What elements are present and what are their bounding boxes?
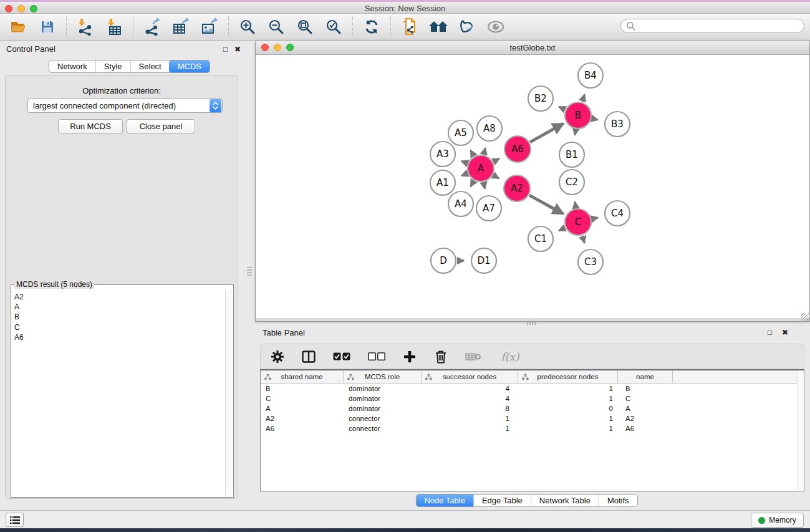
cell[interactable]: A2 (261, 415, 344, 422)
save-session-icon[interactable] (37, 17, 57, 37)
table-close-panel-icon[interactable]: ✖ (782, 328, 788, 337)
table-scrollbar[interactable] (797, 370, 804, 491)
tab-style[interactable]: Style (95, 60, 130, 72)
edge-C-C4[interactable] (592, 218, 597, 219)
cell[interactable]: 4 (422, 385, 518, 392)
result-item[interactable]: A (14, 302, 225, 312)
cell[interactable]: 1 (518, 415, 618, 422)
result-item[interactable]: C (14, 322, 225, 332)
table-row[interactable]: Cdominator41C (261, 394, 804, 404)
cell[interactable]: dominator (344, 405, 422, 412)
tab-motifs[interactable]: Motifs (599, 495, 637, 506)
edge-C-C1[interactable] (559, 228, 565, 230)
cell[interactable]: 1 (518, 395, 618, 402)
cell[interactable]: C (261, 395, 344, 402)
result-item[interactable]: B (14, 312, 225, 322)
cell[interactable]: A6 (618, 425, 673, 432)
node-A5[interactable]: A5 (448, 120, 473, 145)
home-icon[interactable] (428, 17, 448, 37)
result-item[interactable]: A6 (14, 332, 225, 342)
column-header-predecessor-nodes[interactable]: predecessor nodes (518, 370, 618, 383)
vertical-splitter[interactable] (247, 267, 252, 277)
edge-B-B1[interactable] (575, 130, 576, 135)
node-A6[interactable]: A6 (504, 136, 531, 162)
resize-handle-icon[interactable] (801, 313, 809, 321)
open-file-icon[interactable] (9, 17, 29, 37)
close-panel-button[interactable]: Close panel (127, 119, 195, 133)
settings-gear-icon[interactable] (269, 349, 286, 365)
network-graph[interactable]: AA1A2A3A4A5A6A7A8BB1B2B3B4CC1C2C3C4DD1 (256, 55, 809, 319)
tab-network[interactable]: Network (49, 60, 95, 72)
tab-mcds[interactable]: MCDS (169, 60, 210, 73)
edge-A-A7[interactable] (484, 183, 485, 189)
table-row[interactable]: Bdominator41B (261, 384, 804, 394)
column-header-successor-nodes[interactable]: successor nodes (422, 370, 518, 383)
tab-select[interactable]: Select (130, 60, 170, 72)
node-A8[interactable]: A8 (477, 116, 502, 141)
node-table[interactable]: shared nameMCDS rolesuccessor nodesprede… (260, 369, 804, 491)
node-C3[interactable]: C3 (578, 249, 603, 274)
node-A2[interactable]: A2 (504, 175, 530, 201)
cell[interactable]: A6 (261, 425, 344, 432)
cell[interactable]: connector (344, 425, 422, 432)
cell[interactable]: dominator (344, 395, 422, 402)
edge-A-A4[interactable] (471, 181, 474, 186)
table-row[interactable]: Adominator80A (261, 404, 804, 414)
edge-A-A3[interactable] (461, 161, 468, 163)
memory-button[interactable]: Memory (751, 513, 804, 528)
table-row[interactable]: A6connector11A6 (261, 423, 804, 433)
node-C2[interactable]: C2 (559, 170, 584, 195)
select-all-icon[interactable] (332, 349, 352, 365)
cell[interactable]: 1 (422, 425, 518, 432)
edge-A-A8[interactable] (484, 148, 485, 154)
edge-A-A6[interactable] (493, 158, 499, 162)
node-A3[interactable]: A3 (430, 142, 455, 167)
node-A1[interactable]: A1 (430, 170, 455, 195)
node-A4[interactable]: A4 (448, 191, 473, 216)
zoom-in-icon[interactable] (238, 17, 258, 37)
clone-network-icon[interactable] (400, 17, 420, 37)
cell[interactable]: B (261, 385, 344, 392)
cell[interactable]: A (618, 405, 673, 412)
edge-A-A5[interactable] (471, 150, 474, 156)
clear-table-icon[interactable] (464, 349, 483, 365)
import-table-icon[interactable] (104, 17, 124, 37)
search-box[interactable] (620, 19, 804, 33)
node-D[interactable]: D (431, 248, 456, 273)
table-row[interactable]: A2connector11A2 (261, 414, 804, 423)
function-builder-icon[interactable]: f(x) (498, 349, 523, 365)
add-column-icon[interactable] (402, 349, 418, 365)
delete-icon[interactable] (433, 349, 449, 365)
node-C[interactable]: C (565, 209, 591, 235)
import-network-icon[interactable] (75, 17, 95, 37)
tab-edge-table[interactable]: Edge Table (473, 495, 531, 506)
network-canvas[interactable]: AA1A2A3A4A5A6A7A8BB1B2B3B4CC1C2C3C4DD1 (256, 55, 809, 319)
zoom-fit-icon[interactable] (295, 17, 315, 37)
edge-A-A2[interactable] (493, 175, 499, 178)
result-scrollbar[interactable] (225, 290, 233, 497)
edge-C-C2[interactable] (575, 202, 576, 208)
node-B2[interactable]: B2 (528, 86, 553, 111)
export-table-icon[interactable] (171, 17, 191, 37)
edge-A6-B[interactable] (530, 123, 563, 142)
node-A7[interactable]: A7 (476, 196, 501, 221)
split-view-icon[interactable] (301, 349, 317, 365)
node-B1[interactable]: B1 (559, 142, 584, 167)
show-graphics-icon[interactable] (486, 17, 506, 37)
run-mcds-button[interactable]: Run MCDS (58, 119, 123, 133)
column-header-MCDS-role[interactable]: MCDS role (344, 370, 422, 383)
float-panel-icon[interactable]: □ (223, 45, 228, 54)
cell[interactable]: 1 (422, 415, 518, 422)
criterion-dropdown[interactable]: largest connected component (directed) (27, 99, 223, 113)
hide-panels-icon[interactable] (457, 17, 477, 37)
cell[interactable]: 4 (422, 395, 518, 402)
export-image-icon[interactable] (200, 17, 219, 37)
node-A[interactable]: A (468, 155, 494, 181)
cell[interactable]: 8 (422, 405, 518, 412)
mcds-result-list[interactable]: A2ABCA6 (11, 290, 225, 497)
cell[interactable]: A2 (618, 415, 673, 422)
deselect-all-icon[interactable] (367, 349, 387, 365)
edge-A-A1[interactable] (461, 173, 468, 176)
zoom-out-icon[interactable] (266, 17, 286, 37)
edge-B-B2[interactable] (559, 107, 565, 109)
